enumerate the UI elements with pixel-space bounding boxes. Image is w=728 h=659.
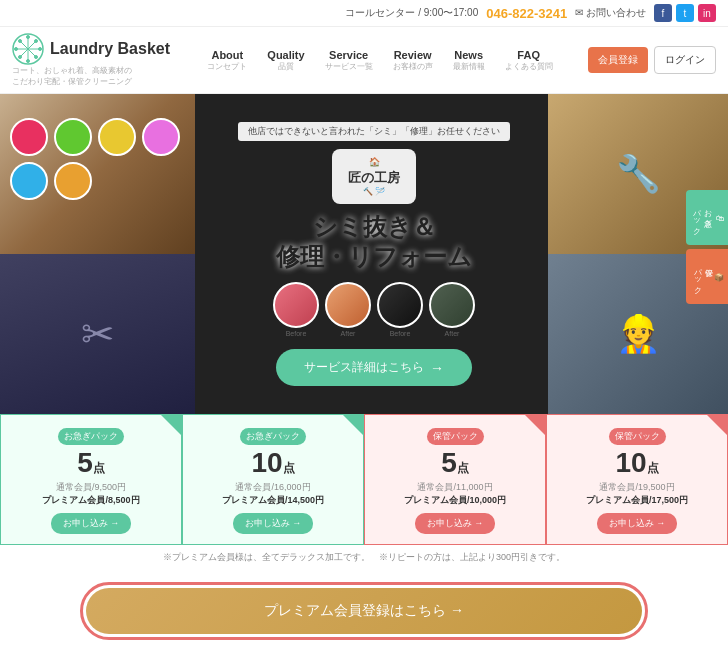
svg-point-10	[35, 56, 38, 59]
pack2-apply-button[interactable]: お申し込み →	[233, 513, 314, 534]
pack1-price-premium: プレミアム会員/8,500円	[9, 494, 173, 507]
hero-section: ✂ 🔧 👷 他店ではできないと言われた「シミ」「修理」お任せください 🏠 匠の工…	[0, 94, 728, 414]
logo-area: Laundry Basket コート、おしゃれ着、高級素材のこだわり宅配・保管ク…	[12, 33, 172, 87]
twitter-icon[interactable]: t	[676, 4, 694, 22]
annotation-section: プレミアム会員に登録するためのボタン	[0, 652, 728, 659]
hero-badge-title: 匠の工房	[348, 169, 400, 187]
phone-number[interactable]: 046-822-3241	[486, 6, 567, 21]
pack1-title: お急ぎパック	[58, 428, 124, 445]
svg-point-9	[19, 40, 22, 43]
hero-badge: 🏠 匠の工房 🔨 🪡	[332, 149, 416, 204]
paint-blob-blue	[10, 162, 48, 200]
nav-news[interactable]: News 最新情報	[443, 47, 495, 74]
social-icons: f t in	[654, 4, 716, 22]
premium-cta-section: プレミアム会員登録はこちら →	[0, 570, 728, 652]
svg-point-12	[19, 56, 22, 59]
hero-img-sewing: ✂	[0, 254, 195, 414]
pack3-price-premium: プレミアム会員/10,000円	[373, 494, 537, 507]
svg-point-5	[27, 36, 30, 39]
circle-before2	[377, 282, 423, 328]
pack4-apply-button[interactable]: お申し込み →	[597, 513, 678, 534]
pack4-points: 10点	[555, 449, 719, 477]
nav-quality[interactable]: Quality 品質	[257, 47, 314, 74]
pack-rush-10: お急ぎパック 10点 通常会員/16,000円 プレミアム会員/14,500円 …	[182, 414, 364, 545]
svg-point-8	[39, 48, 42, 51]
login-button[interactable]: ログイン	[654, 46, 716, 74]
svg-point-6	[27, 60, 30, 63]
premium-register-button[interactable]: プレミアム会員登録はこちら →	[86, 588, 642, 634]
pack3-title: 保管パック	[427, 428, 484, 445]
pack4-title: 保管パック	[609, 428, 666, 445]
side-tab-rush[interactable]: 🛍 お急ぎパック	[686, 190, 728, 245]
inquiry-link[interactable]: ✉ お問い合わせ	[575, 6, 646, 20]
paint-blob-yellow	[98, 118, 136, 156]
pack2-price-premium: プレミアム会員/14,500円	[191, 494, 355, 507]
circle-after1	[325, 282, 371, 328]
pack2-price-normal: 通常会員/16,000円	[191, 481, 355, 494]
pack-corner-3	[525, 415, 545, 435]
pack2-title: お急ぎパック	[240, 428, 306, 445]
pack4-price-premium: プレミアム会員/17,500円	[555, 494, 719, 507]
register-button[interactable]: 会員登録	[588, 47, 648, 73]
pack1-price-normal: 通常会員/9,500円	[9, 481, 173, 494]
header-main: Laundry Basket コート、おしゃれ着、高級素材のこだわり宅配・保管ク…	[0, 27, 728, 94]
main-navigation: About コンセプト Quality 品質 Service サービス一覧 Re…	[172, 47, 588, 74]
hero-cta-arrow: →	[430, 360, 444, 376]
hero-content: 他店ではできないと言われた「シミ」「修理」お任せください 🏠 匠の工房 🔨 🪡 …	[200, 94, 548, 414]
circle-after2	[429, 282, 475, 328]
pack1-points: 5点	[9, 449, 173, 477]
nav-service[interactable]: Service サービス一覧	[315, 47, 383, 74]
pack-storage-5: 保管パック 5点 通常会員/11,000円 プレミアム会員/10,000円 お申…	[364, 414, 546, 545]
note-text: ※プレミアム会員様は、全てデラックス加工です。 ※リピートの方は、上記より300…	[163, 552, 565, 562]
nav-review[interactable]: Review お客様の声	[383, 47, 443, 74]
call-center-label: コールセンター / 9:00〜17:00	[345, 6, 478, 20]
nav-about[interactable]: About コンセプト	[197, 47, 257, 74]
facebook-icon[interactable]: f	[654, 4, 672, 22]
pack3-points: 5点	[373, 449, 537, 477]
svg-point-11	[35, 40, 38, 43]
circle-before1	[273, 282, 319, 328]
pack-rush-5: お急ぎパック 5点 通常会員/9,500円 プレミアム会員/8,500円 お申し…	[0, 414, 182, 545]
instagram-icon[interactable]: in	[698, 4, 716, 22]
hero-cta-label: サービス詳細はこちら	[304, 359, 424, 376]
header-buttons: 会員登録 ログイン	[588, 46, 716, 74]
hero-before-after-circles: Before After Before After	[273, 282, 475, 337]
hero-img-paint	[0, 94, 195, 254]
paint-blob-orange	[54, 162, 92, 200]
svg-point-7	[15, 48, 18, 51]
nav-faq[interactable]: FAQ よくある質問	[495, 47, 563, 74]
hero-tagline: 他店ではできないと言われた「シミ」「修理」お任せください	[238, 122, 510, 141]
paint-blob-pink	[142, 118, 180, 156]
hero-main-title: シミ抜き＆修理・リフォーム	[276, 212, 472, 272]
logo-subtitle: コート、おしゃれ着、高級素材のこだわり宅配・保管クリーニング	[12, 65, 132, 87]
paint-blob-red	[10, 118, 48, 156]
pack-corner-4	[707, 415, 727, 435]
pack-corner-2	[343, 415, 363, 435]
pack2-points: 10点	[191, 449, 355, 477]
pack1-apply-button[interactable]: お申し込み →	[51, 513, 132, 534]
pack3-apply-button[interactable]: お申し込み →	[415, 513, 496, 534]
side-tabs: 🛍 お急ぎパック 📦 保管パック	[686, 190, 728, 304]
logo-title: Laundry Basket	[12, 33, 170, 65]
pack-corner-1	[161, 415, 181, 435]
header-topbar: コールセンター / 9:00〜17:00 046-822-3241 ✉ お問い合…	[0, 0, 728, 27]
packs-section: お急ぎパック 5点 通常会員/9,500円 プレミアム会員/8,500円 お申し…	[0, 414, 728, 545]
pack-storage-10: 保管パック 10点 通常会員/19,500円 プレミアム会員/17,500円 お…	[546, 414, 728, 545]
pack3-price-normal: 通常会員/11,000円	[373, 481, 537, 494]
premium-btn-wrapper: プレミアム会員登録はこちら →	[80, 582, 648, 640]
side-tab-storage[interactable]: 📦 保管パック	[686, 249, 728, 304]
paint-blob-green	[54, 118, 92, 156]
hero-cta-button[interactable]: サービス詳細はこちら →	[276, 349, 472, 386]
note-section: ※プレミアム会員様は、全てデラックス加工です。 ※リピートの方は、上記より300…	[0, 545, 728, 570]
pack4-price-normal: 通常会員/19,500円	[555, 481, 719, 494]
logo-icon	[12, 33, 44, 65]
